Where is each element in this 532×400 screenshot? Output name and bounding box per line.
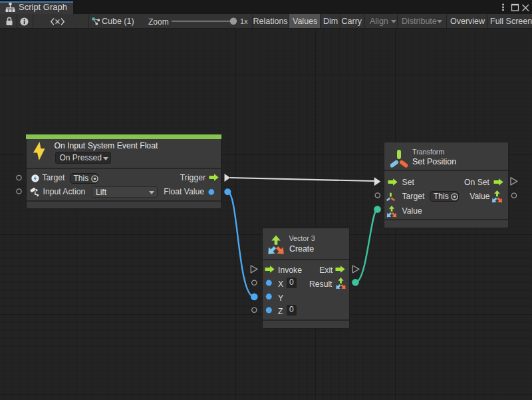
svg-text:1x: 1x: [240, 17, 248, 25]
